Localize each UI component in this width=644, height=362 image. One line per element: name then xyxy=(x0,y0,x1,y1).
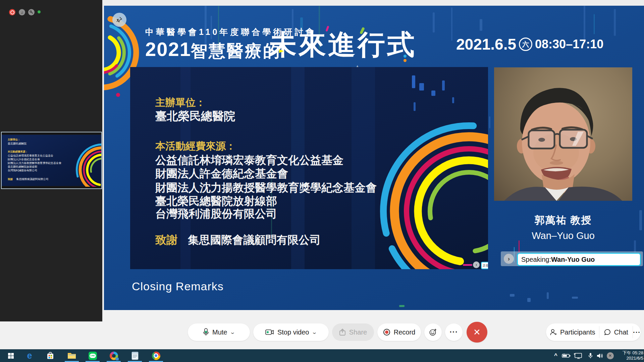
title-accent-cyan-dot xyxy=(404,55,407,58)
participants-button[interactable]: Participants xyxy=(546,323,599,341)
weekday-badge: 六 xyxy=(519,38,532,51)
speaker-portrait xyxy=(494,67,632,201)
speaker-name-en: Wan–Yuo Guo xyxy=(494,230,632,241)
event-time: 08:30–17:10 xyxy=(535,37,603,51)
title-accent-orange-dot xyxy=(404,59,407,62)
tray-microphone-icon[interactable] xyxy=(586,349,594,362)
speaker-name-zh: 郭萬祐 教授 xyxy=(494,214,632,227)
shared-slide-thumbnail[interactable]: 主辦單位： 臺北榮民總醫院 本活動經費來源： 公益信託林堉璘宏泰教育文化公益基金… xyxy=(1,132,102,189)
capture-side-panel: ♫ 主辦單位： 臺北榮民總醫院 本活動經費來源 xyxy=(0,0,102,321)
shared-content-stage: 中華醫學會110年度聯合學術研討會 2021 智慧醫療的 未來進行式 2021.… xyxy=(104,6,644,310)
windows-taskbar: e LINE xyxy=(0,349,644,362)
speaking-indicator-box: Speaking: Wan-Yuo Guo xyxy=(517,253,641,266)
participants-icon xyxy=(550,328,557,336)
record-indicator-button[interactable] xyxy=(9,9,15,15)
host-name: 臺北榮民總醫院 xyxy=(155,109,235,124)
thanks-name: 集思國際會議顧問有限公司 xyxy=(188,234,321,246)
powerpoint-slide: 主辦單位： 臺北榮民總醫院 本活動經費來源： 公益信託林堉璘宏泰教育文化公益基金… xyxy=(130,67,488,269)
chat-button[interactable]: Chat xyxy=(599,323,633,341)
clock-time: 下午 05:28 xyxy=(615,350,643,356)
stop-video-button[interactable]: Stop video ⌄ xyxy=(253,323,329,341)
chrome-icon xyxy=(152,352,160,360)
funder-line: 台灣飛利浦股份有限公司 xyxy=(155,206,277,222)
tray-show-hidden-icons-button[interactable]: ^ xyxy=(551,349,560,362)
key-icon xyxy=(30,10,33,14)
panel-buttons-group: Participants Chat ··· xyxy=(546,323,641,341)
start-button[interactable] xyxy=(3,349,19,362)
taskbar-edge-button[interactable]: e xyxy=(21,349,38,362)
tray-app-close-icon[interactable]: ✕ xyxy=(606,349,614,362)
speaker-name-block: 郭萬祐 教授 Wan–Yuo Guo xyxy=(494,214,632,241)
host-label: 主辦單位： xyxy=(155,96,206,110)
video-options-chevron-icon[interactable]: ⌄ xyxy=(312,329,318,335)
line-app-icon: LINE xyxy=(89,352,97,360)
record-icon xyxy=(383,328,390,336)
record-button[interactable]: Record xyxy=(377,323,421,341)
microsoft-store-icon xyxy=(47,352,54,360)
mini-speaking-box: 正在 xyxy=(481,262,488,269)
speaking-collapse-button[interactable]: › xyxy=(504,254,514,264)
mini-funder: 台灣飛利浦股份有限公司 xyxy=(8,169,37,172)
speaking-name: Wan-Yuo Guo xyxy=(551,256,595,263)
mute-options-chevron-icon[interactable]: ⌄ xyxy=(230,329,236,335)
pin-content-button[interactable] xyxy=(112,13,126,27)
mini-speaking-expand-button[interactable]: › xyxy=(473,261,480,268)
microphone-icon xyxy=(203,328,209,336)
mini-thanks-line: 致謝 集思國際會議顧問有限公司 xyxy=(8,175,48,181)
thumbnail-ring-graphic xyxy=(67,140,101,187)
mini-funder: 財團法人許金德紀念基金會 xyxy=(8,158,40,161)
mini-host-label: 主辦單位： xyxy=(8,138,20,141)
mute-label: Mute xyxy=(212,328,227,336)
more-options-button[interactable]: ··· xyxy=(445,323,463,341)
taskbar-notepad-button[interactable] xyxy=(127,349,143,362)
speaking-prefix: Speaking: xyxy=(521,256,551,263)
thanks-line: 致謝 集思國際會議顧問有限公司 xyxy=(155,233,321,248)
record-ring-icon xyxy=(10,10,14,14)
clock-date: 2021/6/5 xyxy=(615,356,643,361)
session-title: Closing Remarks xyxy=(132,280,224,293)
share-button[interactable]: Share xyxy=(332,323,374,341)
chat-label: Chat xyxy=(614,328,628,336)
pushpin-icon xyxy=(116,16,123,23)
funder-line: 財團法人許金德紀念基金會 xyxy=(155,166,288,181)
event-date-row: 2021.6.5 六 08:30–17:10 xyxy=(456,35,603,53)
taskbar-recorder-button[interactable] xyxy=(106,349,122,362)
windows-logo-icon xyxy=(8,353,14,359)
leave-meeting-button[interactable]: ✕ xyxy=(467,322,487,343)
tray-display-icon[interactable] xyxy=(572,349,584,362)
desktop-screen: 中華醫學會110年度聯合學術研討會 2021 智慧醫療的 未來進行式 2021.… xyxy=(0,0,644,362)
tray-battery-icon[interactable] xyxy=(561,349,572,362)
title-year: 2021 xyxy=(145,38,191,60)
camera-icon xyxy=(265,329,274,335)
participants-label: Participants xyxy=(560,328,595,336)
stop-video-label: Stop video xyxy=(277,328,309,336)
reactions-button[interactable] xyxy=(424,323,442,341)
mini-funder: 財團法人沈力揚教授醫學教育獎學紀念基金會 xyxy=(8,161,61,165)
funding-label: 本活動經費來源： xyxy=(155,139,236,153)
edge-icon: e xyxy=(27,351,32,360)
tray-volume-icon[interactable] xyxy=(595,349,605,362)
smiley-plus-icon xyxy=(429,328,437,336)
title-mid: 智慧醫療的 xyxy=(191,40,281,62)
taskbar-clock[interactable]: 下午 05:28 2021/6/5 xyxy=(615,350,643,361)
speaker-video-tile[interactable] xyxy=(494,67,632,201)
mute-button[interactable]: Mute ⌄ xyxy=(188,323,250,341)
key-settings-button[interactable] xyxy=(28,9,35,15)
title-big: 未來進行式 xyxy=(269,26,417,63)
mini-thanks-label: 致謝 xyxy=(8,178,13,181)
taskbar-store-button[interactable] xyxy=(42,349,58,362)
chat-bubble-icon xyxy=(604,328,611,336)
taskbar-file-explorer-button[interactable] xyxy=(64,349,80,362)
funder-line: 財團法人沈力揚教授醫學教育獎學紀念基金會 xyxy=(155,180,377,195)
taskbar-chrome-button[interactable] xyxy=(148,349,164,362)
record-label: Record xyxy=(394,328,415,336)
online-status-dot xyxy=(38,10,41,13)
taskbar-line-button[interactable]: LINE xyxy=(85,349,101,362)
more-panels-button[interactable]: ··· xyxy=(633,323,641,341)
notepad-icon xyxy=(131,352,139,360)
thanks-label: 致謝 xyxy=(155,234,177,246)
slide-magenta-streak xyxy=(463,264,472,266)
mini-thanks: 集思國際會議顧問有限公司 xyxy=(16,178,48,181)
mini-funding-label: 本活動經費來源： xyxy=(8,150,28,154)
audio-capture-button[interactable]: ♫ xyxy=(19,9,25,15)
